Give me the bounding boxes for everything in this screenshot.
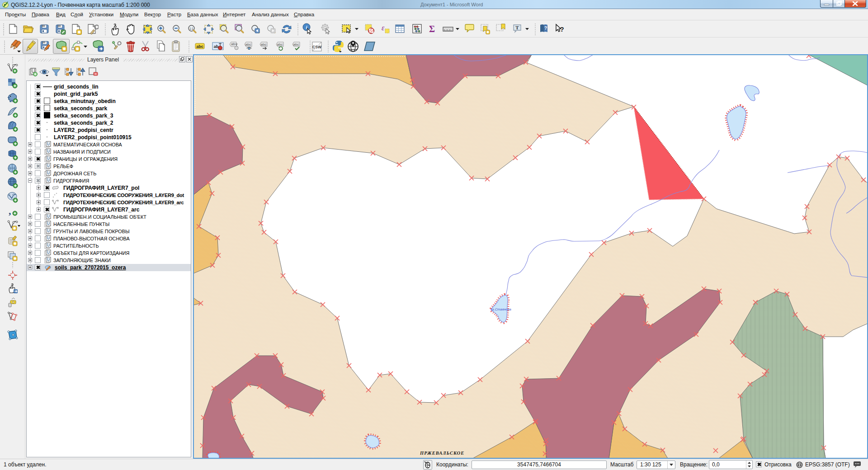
svg-text:ПРЖЕВАЛЬСКОЕ: ПРЖЕВАЛЬСКОЕ (420, 451, 464, 456)
svg-text:T: T (515, 25, 519, 30)
svg-text:ab: ab (214, 44, 219, 49)
svg-text:?: ? (544, 26, 547, 31)
svg-text:ε: ε (382, 24, 385, 32)
svg-text:оз.Стаянова: оз.Стаянова (491, 307, 511, 311)
svg-text:ab: ab (231, 42, 235, 46)
svg-text:,: , (9, 205, 11, 216)
svg-text:1:1: 1:1 (189, 27, 193, 30)
svg-text:CSW: CSW (312, 45, 322, 49)
svg-text:Σ: Σ (429, 24, 435, 34)
svg-text:?: ? (560, 25, 564, 33)
